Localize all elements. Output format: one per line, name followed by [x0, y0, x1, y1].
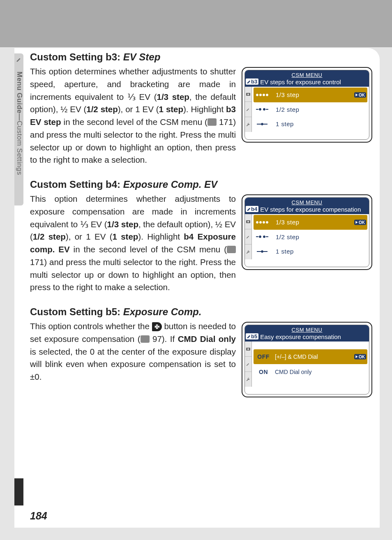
lcd-badge-b5: b5: [246, 333, 258, 339]
svg-point-15: [256, 221, 258, 223]
lcd-option[interactable]: 1 step: [254, 244, 367, 258]
step-dots-icon: [255, 220, 269, 224]
svg-point-18: [266, 221, 268, 223]
lcd-options-b3: 1/3 stepOK1/2 step 1 step: [252, 87, 369, 132]
section-b5: Custom Setting b5: Exposure Comp. This o…: [30, 306, 372, 397]
lcd-side-tabs: [245, 342, 252, 387]
header-band: [0, 0, 392, 47]
option-label: 1/2 step: [272, 233, 366, 240]
svg-point-11: [261, 123, 263, 125]
option-code: OFF: [255, 353, 272, 360]
ok-indicator: OK: [354, 92, 366, 97]
option-label: 1 step: [272, 120, 366, 127]
page-ref-icon: [208, 118, 217, 126]
wrench-icon: [245, 245, 251, 259]
svg-point-7: [259, 108, 261, 111]
lcd-option[interactable]: OFF[+/–] & CMD DialOK: [254, 349, 367, 365]
pencil-icon: [245, 229, 251, 245]
lcd-title: CSM MENU: [292, 199, 323, 205]
option-label: 1 step: [272, 248, 366, 255]
lcd-option[interactable]: 1/2 step: [254, 102, 367, 117]
lcd-option[interactable]: 1/2 step: [254, 230, 367, 244]
step-dots-icon: [255, 249, 269, 254]
pencil-icon: [16, 57, 22, 62]
page-container: Menu Guide—Custom Settings Custom Settin…: [14, 48, 380, 528]
svg-point-20: [259, 236, 261, 238]
section-b4: Custom Setting b4: Exposure Comp. EV Thi…: [30, 179, 372, 294]
lcd-option[interactable]: 1 step: [254, 117, 367, 131]
svg-point-21: [263, 236, 265, 238]
heading-b3: Custom Setting b3: EV Step: [30, 51, 372, 63]
exposure-comp-button-icon: ⧾: [152, 322, 162, 331]
svg-point-3: [260, 94, 262, 96]
content-area: Custom Setting b3: EV Step This option d…: [30, 51, 372, 410]
camera-icon: [245, 87, 251, 102]
wrench-icon: [245, 117, 251, 132]
lcd-option[interactable]: 1/3 stepOK: [254, 88, 367, 102]
lcd-subtitle-b4: b4 EV steps for exposure compensation: [245, 205, 369, 214]
pencil-icon: [245, 357, 251, 372]
svg-point-1: [247, 94, 249, 95]
lcd-subtitle-b3: b3 EV steps for exposure control: [245, 78, 369, 87]
svg-point-8: [263, 108, 265, 111]
body-text-b3: This option determines whether adjustmen…: [30, 65, 236, 166]
page-number: 184: [30, 510, 47, 522]
option-label: 1/3 step: [272, 91, 366, 98]
ok-indicator: OK: [354, 219, 366, 225]
lcd-title: CSM MENU: [292, 72, 323, 78]
lcd-menu-b3: CSM MENU b3 EV steps for exposure contro…: [242, 67, 372, 143]
step-dots-icon: [255, 93, 269, 97]
lcd-options-b4: 1/3 stepOK1/2 step 1 step: [252, 214, 369, 259]
step-dots-icon: [255, 122, 269, 126]
section-b3: Custom Setting b3: EV Step This option d…: [30, 51, 372, 166]
ok-indicator: OK: [354, 354, 366, 359]
svg-point-14: [247, 221, 249, 223]
lcd-subtitle-b5: b5 Easy exposure compensation: [245, 333, 369, 342]
lcd-option[interactable]: 1/3 stepOK: [254, 215, 367, 229]
page-ref-icon: [227, 246, 236, 253]
page-ref-icon: [141, 335, 150, 343]
lcd-side-tabs: [245, 214, 252, 259]
lcd-badge-b4: b4: [246, 206, 258, 212]
option-code: ON: [255, 369, 272, 375]
lcd-menu-b5: CSM MENU b5 Easy exposure compensation: [242, 322, 372, 397]
wrench-icon: [245, 372, 251, 387]
pencil-icon: [245, 102, 251, 117]
side-tab: Menu Guide—Custom Settings: [14, 53, 23, 205]
body-text-b4: This option determines whether adjustmen…: [30, 193, 236, 294]
heading-b5: Custom Setting b5: Exposure Comp.: [30, 306, 372, 318]
svg-point-24: [261, 250, 263, 252]
lcd-side-tabs: [245, 87, 252, 132]
svg-point-5: [266, 94, 268, 96]
footer-tab: [14, 478, 23, 505]
lcd-badge-b3: b3: [246, 78, 258, 85]
lcd-menu-b4: CSM MENU b4 EV steps for exposure compen…: [242, 194, 372, 270]
svg-point-27: [247, 348, 249, 350]
lcd-option[interactable]: ONCMD Dial only: [254, 364, 367, 379]
svg-point-4: [263, 94, 265, 96]
body-text-b5: This option controls whether the ⧾ butto…: [30, 320, 236, 383]
lcd-options-b5: OFF[+/–] & CMD DialOKONCMD Dial only: [252, 342, 369, 387]
option-label: 1/3 step: [272, 219, 366, 226]
camera-icon: [245, 214, 251, 229]
side-tab-label: Menu Guide—Custom Settings: [15, 72, 23, 175]
option-label: 1/2 step: [272, 106, 366, 113]
option-desc: [+/–] & CMD Dial: [275, 353, 366, 360]
camera-icon: [245, 342, 251, 357]
step-dots-icon: [255, 107, 269, 111]
svg-point-16: [260, 221, 262, 223]
lcd-title: CSM MENU: [292, 327, 323, 333]
option-desc: CMD Dial only: [275, 369, 366, 375]
heading-b4: Custom Setting b4: Exposure Comp. EV: [30, 179, 372, 190]
svg-point-2: [256, 94, 258, 96]
step-dots-icon: [255, 235, 269, 239]
svg-point-17: [263, 221, 265, 223]
